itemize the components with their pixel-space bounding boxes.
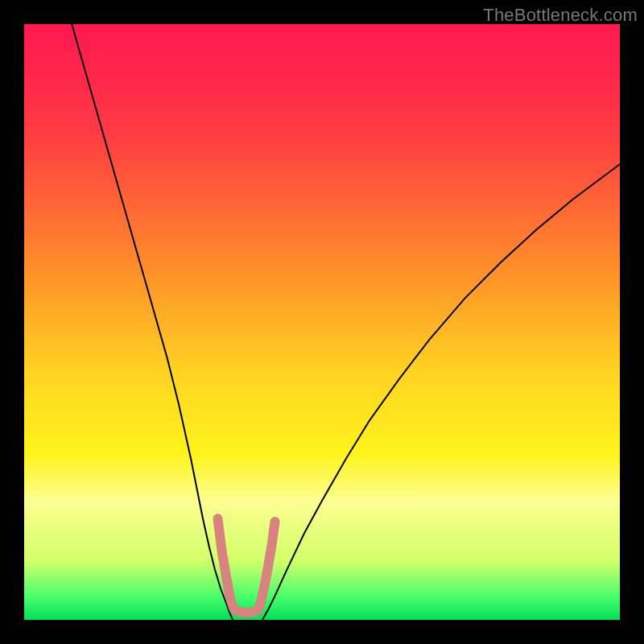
watermark-text: TheBottleneck.com xyxy=(483,5,638,26)
chart-frame xyxy=(24,24,620,620)
chart-background xyxy=(24,24,620,620)
chart-svg xyxy=(24,24,620,620)
